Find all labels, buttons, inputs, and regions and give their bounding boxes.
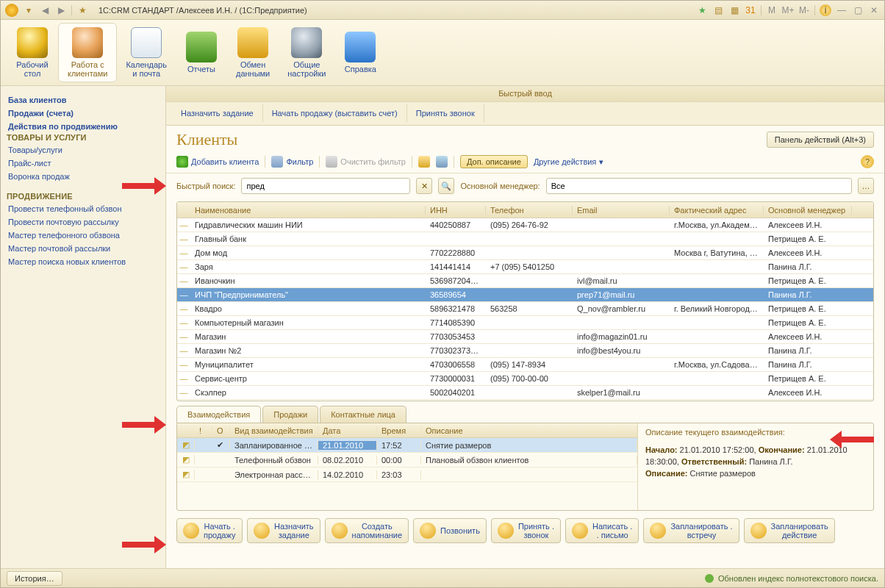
column-header[interactable]: Дата (318, 426, 377, 435)
toolbar-reports[interactable]: Отчеты (176, 23, 227, 82)
clients-toolbar: Добавить клиента Фильтр Очистить фильтр … (166, 152, 884, 173)
close-icon[interactable]: ✕ (868, 4, 880, 16)
row-icon: — (177, 360, 190, 369)
sidebar-item[interactable]: Воронка продаж (7, 170, 160, 183)
column-header[interactable]: Телефон (486, 206, 573, 215)
column-header[interactable]: О (212, 426, 230, 435)
grid-icon[interactable]: ▦ (728, 4, 740, 16)
minimize-icon[interactable]: — (836, 4, 848, 16)
sidebar-section: ТОВАРЫ И УСЛУГИ (7, 133, 160, 142)
sidebar-item[interactable]: Действия по продвижению (7, 120, 160, 133)
table-row[interactable]: —Гидравлических машин НИИ440250887(095) … (177, 218, 873, 232)
detail-tab[interactable]: Взаимодействия (176, 406, 261, 423)
sidebar-item[interactable]: Продажи (счета) (7, 107, 160, 120)
table-row[interactable]: —Квадро5896321478563258Q_nov@rambler.ruг… (177, 302, 873, 316)
sidebar-item[interactable]: Провести почтовую рассылку (7, 215, 160, 229)
table-row[interactable]: —Магазин №27703023734…info@best4you.ruПа… (177, 344, 873, 358)
bottom-action-button[interactable]: Написать . . письмо (565, 518, 639, 543)
sidebar-item[interactable]: Прайс-лист (7, 157, 160, 170)
sidebar-item[interactable]: Товары/услуги (7, 143, 160, 157)
column-header[interactable]: Описание (421, 426, 637, 435)
clear-filter-button[interactable]: Очистить фильтр (326, 156, 406, 168)
bottom-action-button[interactable]: Принять . звонок (491, 518, 561, 543)
m-icon[interactable]: M (766, 4, 778, 16)
sidebar: База клиентовПродажи (счета)Действия по … (1, 86, 166, 568)
calendar-icon[interactable]: 31 (745, 4, 756, 16)
clear-search-icon[interactable]: ✕ (416, 178, 432, 194)
sidebar-item[interactable]: Мастер поиска новых клиентов (7, 255, 160, 268)
toolbar-desktop[interactable]: Рабочий стол (7, 23, 58, 82)
table-row[interactable]: —Дом мод7702228880Москва г, Ватутина, …А… (177, 246, 873, 260)
column-header[interactable]: Email (573, 206, 670, 215)
action-panel-button[interactable]: Панель действий (Alt+3) (767, 132, 874, 148)
maximize-icon[interactable]: ▢ (852, 4, 864, 16)
m-plus-icon[interactable]: M+ (782, 4, 794, 16)
table-row[interactable]: —Иваночкин5369872045…ivl@mail.ruПетрищев… (177, 274, 873, 288)
toolbar-calendar[interactable]: Календарь и почта (117, 23, 176, 82)
sidebar-item[interactable]: Мастер почтовой рассылки (7, 242, 160, 255)
table-row[interactable]: —Скэлпер5002040201skelper1@mail.ruАлексе… (177, 386, 873, 400)
history-button[interactable]: История… (7, 571, 62, 586)
column-header[interactable]: Вид взаимодействия (230, 426, 318, 435)
copy-icon[interactable] (418, 156, 430, 168)
table-row[interactable]: —Сервис-центр7730000031(095) 700-00-00Пе… (177, 372, 873, 386)
table-row[interactable]: ◩✔Запланированное …21.01.201017:52Снятие… (177, 438, 637, 453)
filter-button[interactable]: Фильтр (271, 156, 313, 168)
action-icon (183, 523, 199, 539)
table-row[interactable]: —Главный банкПетрищев А. Е. (177, 232, 873, 246)
help-icon[interactable]: ? (861, 155, 874, 168)
row-icon: — (177, 304, 190, 313)
sidebar-item[interactable]: Мастер телефонного обзвона (7, 229, 160, 242)
column-header[interactable]: Основной менеджер (764, 206, 852, 215)
bottom-action-button[interactable]: Запланировать действие (744, 518, 835, 543)
dropdown-icon[interactable]: ▾ (23, 4, 35, 16)
row-icon: — (177, 332, 190, 341)
bottom-action-button[interactable]: Создать напоминание (325, 518, 409, 543)
table-row[interactable]: ◩Электронная расс…14.02.201023:03 (177, 467, 637, 482)
search-icon[interactable]: 🔍 (438, 178, 454, 194)
column-header[interactable]: ! (195, 426, 212, 435)
folder-icon (186, 32, 217, 62)
table-row[interactable]: —Компьютерный магазин7714085390Петрищев … (177, 316, 873, 330)
bottom-action-button[interactable]: Начать . продажу (176, 518, 243, 543)
quickbar-link[interactable]: Назначить задание (172, 104, 263, 122)
table-row[interactable]: —ИЧП "Предприниматель"36589654prep71@mai… (177, 288, 873, 302)
other-actions-menu[interactable]: Другие действия ▾ (534, 157, 603, 167)
toolbar-help[interactable]: Справка (334, 23, 386, 82)
bottom-action-button[interactable]: Назначить задание (247, 518, 320, 543)
manager-select[interactable] (546, 178, 852, 194)
star-icon[interactable]: ★ (696, 4, 708, 16)
nav-fwd-icon[interactable]: ▶ (55, 4, 67, 16)
detail-tab[interactable]: Контактные лица (320, 406, 406, 423)
table-row[interactable]: ◩Телефонный обзвон08.02.201000:00Плановы… (177, 453, 637, 467)
table-row[interactable]: —Заря141441414+7 (095) 5401250Панина Л.Г… (177, 260, 873, 274)
toolbar-clients[interactable]: Работа с клиентами (58, 23, 117, 82)
nav-back-icon[interactable]: ◀ (39, 4, 51, 16)
table-row[interactable]: —Смоляков В.В. ЧП3805006142…smol_vv@gmai… (177, 400, 873, 401)
detail-tab[interactable]: Продажи (262, 406, 318, 423)
quickbar-link[interactable]: Начать продажу (выставить счет) (263, 104, 407, 122)
row-icon: — (177, 318, 190, 327)
column-header[interactable]: Время (377, 426, 421, 435)
bottom-action-button[interactable]: Позвонить (413, 518, 487, 543)
add-client-button[interactable]: Добавить клиента (176, 156, 259, 168)
sidebar-item[interactable]: База клиентов (7, 93, 160, 107)
column-header[interactable]: Наименование (190, 206, 426, 215)
column-header[interactable]: ИНН (426, 206, 486, 215)
quickbar-link[interactable]: Принять звонок (407, 104, 484, 122)
m-minus-icon[interactable]: M- (798, 4, 810, 16)
toolbar-settings[interactable]: Общие настройки (279, 23, 334, 82)
column-header[interactable]: Фактический адрес (670, 206, 764, 215)
bottom-action-button[interactable]: Запланировать . встречу (643, 518, 739, 543)
quick-search-input[interactable] (241, 178, 410, 194)
misc-icon[interactable] (436, 156, 448, 168)
favorite-icon[interactable]: ★ (76, 4, 88, 16)
table-row[interactable]: —Магазин7703053453info@magazin01.ruАлекс… (177, 330, 873, 344)
info-icon[interactable]: i (820, 4, 831, 16)
extra-desc-toggle[interactable]: Доп. описание (460, 155, 528, 168)
sidebar-item[interactable]: Провести телефонный обзвон (7, 202, 160, 215)
calc-icon[interactable]: ▤ (712, 4, 724, 16)
manager-picker-icon[interactable]: … (858, 178, 874, 194)
table-row[interactable]: —Муниципалитет4703006558(095) 147-8934г.… (177, 358, 873, 372)
toolbar-exchange[interactable]: Обмен данными (227, 23, 279, 82)
